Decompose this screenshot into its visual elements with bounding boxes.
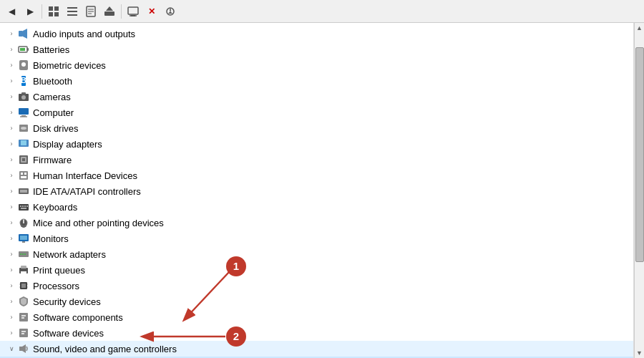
tree-item-security[interactable]: ›Security devices: [0, 294, 633, 309]
grid-view-button[interactable]: [45, 3, 62, 20]
tree-toggle-network[interactable]: ›: [6, 248, 17, 260]
tree-toggle-processors[interactable]: ›: [6, 280, 17, 291]
tree-item-software-devices[interactable]: ›Software devices: [0, 325, 633, 341]
toolbar-sep-1: [42, 4, 42, 19]
svg-rect-11: [104, 11, 114, 16]
svg-rect-13: [128, 7, 138, 14]
tree-toggle-audio[interactable]: ›: [6, 28, 17, 39]
tree-toggle-hid[interactable]: ›: [6, 170, 17, 181]
tree-toggle-display[interactable]: ›: [6, 138, 17, 150]
svg-rect-50: [24, 205, 26, 207]
tree-item-software-components[interactable]: ›Software components: [0, 309, 633, 325]
tree-toggle-software-devices[interactable]: ›: [6, 327, 17, 339]
tree-icon-hid: [17, 169, 30, 182]
svg-point-29: [21, 95, 26, 100]
svg-rect-72: [19, 313, 28, 321]
tree-toggle-monitors[interactable]: ›: [6, 233, 17, 244]
tree-icon-software-devices: [17, 326, 30, 339]
tree-item-network[interactable]: ›Network adapters: [0, 246, 633, 262]
toolbar-sep-2: [121, 4, 122, 19]
tree-icon-ide: [17, 185, 30, 198]
scrollbar[interactable]: ▲ ▼: [634, 23, 644, 358]
tree-item-ide[interactable]: ›IDE ATA/ATAPI controllers: [0, 183, 633, 199]
scan-button[interactable]: [162, 3, 179, 20]
tree-item-processors[interactable]: ›Processors: [0, 278, 633, 294]
tree-icon-security: [17, 295, 30, 308]
tree-icon-software-components: [17, 311, 30, 324]
tree-icon-bluetooth: B: [17, 74, 30, 87]
svg-rect-58: [22, 241, 25, 243]
svg-rect-6: [67, 14, 77, 16]
tree-item-batteries[interactable]: ›Batteries: [0, 42, 633, 57]
tree-icon-biometric: [17, 59, 30, 72]
tree-toggle-ide[interactable]: ›: [6, 185, 17, 197]
tree-item-hid[interactable]: ›Human Interface Devices: [0, 168, 633, 183]
scroll-up-button[interactable]: ▲: [635, 23, 645, 33]
tree-item-sound[interactable]: ∨Sound, video and game controllers: [0, 341, 633, 357]
tree-label-batteries: Batteries: [33, 44, 69, 55]
tree-icon-print: [17, 263, 30, 276]
tree-toggle-firmware[interactable]: ›: [6, 154, 17, 165]
tree-label-computer: Computer: [33, 107, 74, 118]
svg-rect-4: [67, 7, 77, 9]
tree-icon-mice: [17, 216, 30, 229]
tree-item-disk[interactable]: ›Disk drives: [0, 120, 633, 136]
tree-label-print: Print queues: [33, 265, 85, 276]
svg-marker-12: [106, 6, 113, 11]
svg-rect-52: [21, 208, 26, 209]
device-tree[interactable]: ›Audio inputs and outputs›Batteries›Biom…: [0, 23, 634, 358]
tree-icon-display: [17, 137, 30, 150]
svg-rect-48: [20, 205, 21, 207]
tree-label-cameras: Cameras: [33, 92, 71, 102]
tree-item-mice[interactable]: ›Mice and other pointing devices: [0, 215, 633, 231]
tree-item-audio[interactable]: ›Audio inputs and outputs: [0, 26, 633, 42]
tree-item-firmware[interactable]: ›Firmware: [0, 152, 633, 168]
tree-toggle-software-components[interactable]: ›: [6, 311, 17, 323]
svg-rect-2: [49, 12, 53, 16]
tree-icon-monitors: [17, 232, 30, 245]
svg-rect-30: [21, 92, 26, 95]
tree-toggle-keyboards[interactable]: ›: [6, 201, 17, 213]
tree-item-display[interactable]: ›Display adapters: [0, 136, 633, 152]
tree-label-display: Display adapters: [33, 139, 102, 150]
tree-item-biometric[interactable]: ›Biometric devices: [0, 57, 633, 73]
tree-item-cameras[interactable]: ›Cameras: [0, 89, 633, 105]
tree-toggle-print[interactable]: ›: [6, 264, 17, 276]
svg-rect-19: [19, 31, 23, 37]
tree-label-hid: Human Interface Devices: [33, 170, 137, 181]
tree-toggle-biometric[interactable]: ›: [6, 59, 17, 71]
tree-label-disk: Disk drives: [33, 123, 79, 134]
update-driver-toolbar-button[interactable]: [101, 3, 118, 20]
tree-toggle-security[interactable]: ›: [6, 296, 17, 307]
tree-label-audio: Audio inputs and outputs: [33, 29, 135, 39]
svg-rect-22: [27, 48, 29, 51]
svg-rect-75: [19, 329, 28, 337]
tree-item-computer[interactable]: ›Computer: [0, 105, 633, 120]
forward-button[interactable]: ▶: [21, 3, 39, 20]
tree-toggle-disk[interactable]: ›: [6, 122, 17, 134]
tree-label-software-components: Software components: [33, 312, 123, 323]
list-view-button[interactable]: [64, 3, 81, 20]
svg-rect-78: [19, 347, 22, 351]
tree-toggle-mice[interactable]: ›: [6, 217, 17, 228]
tree-item-print[interactable]: ›Print queues: [0, 262, 633, 278]
tree-label-software-devices: Software devices: [33, 328, 104, 339]
back-button[interactable]: ◀: [3, 3, 20, 20]
tree-wrapper: ›Audio inputs and outputs›Batteries›Biom…: [0, 23, 634, 358]
tree-item-keyboards[interactable]: ›Keyboards: [0, 199, 633, 215]
delete-button[interactable]: ✕: [143, 3, 160, 20]
properties-button[interactable]: [82, 3, 99, 20]
scrollbar-thumb[interactable]: [635, 47, 644, 262]
svg-rect-37: [21, 140, 26, 145]
tree-icon-network: [17, 248, 30, 261]
svg-rect-0: [49, 6, 53, 11]
tree-item-bluetooth[interactable]: ›BBluetooth: [0, 73, 633, 89]
tree-toggle-batteries[interactable]: ›: [6, 44, 17, 55]
tree-toggle-computer[interactable]: ›: [6, 107, 17, 118]
tree-toggle-cameras[interactable]: ›: [6, 91, 17, 102]
tree-toggle-sound[interactable]: ∨: [6, 343, 17, 354]
scroll-down-button[interactable]: ▼: [635, 348, 645, 358]
tree-item-monitors[interactable]: ›Monitors: [0, 231, 633, 246]
tree-toggle-bluetooth[interactable]: ›: [6, 75, 17, 87]
computer-toolbar-button[interactable]: [125, 3, 142, 20]
